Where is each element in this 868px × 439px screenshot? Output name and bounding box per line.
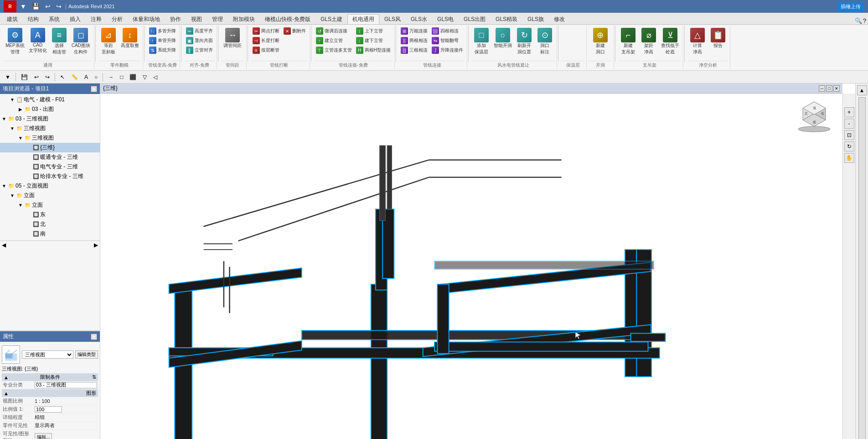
- btn-build-down[interactable]: ↓ 建下立管: [354, 36, 385, 45]
- btn-two-point-cut[interactable]: ✂ 两点打断: [251, 26, 281, 36]
- tab-jiegou[interactable]: 结构: [23, 14, 44, 24]
- tree-3d-brace[interactable]: ▶ 🔲 {三维}: [0, 143, 100, 152]
- tree-elec-building[interactable]: ▼ 📋 电气 - 建模 - F01: [0, 95, 100, 105]
- tree-3d-view[interactable]: ▼ 📁 三维视图: [0, 124, 100, 133]
- tb-redo[interactable]: ↪: [43, 73, 52, 82]
- tab-fujia[interactable]: 附加模块: [228, 14, 260, 24]
- btn-height-level[interactable]: ═ 高度平齐: [184, 26, 215, 36]
- category-value-input[interactable]: [35, 382, 97, 388]
- rt-zoom-in[interactable]: +: [844, 107, 854, 117]
- tb-cursor[interactable]: ↖: [58, 73, 67, 82]
- rt-fit[interactable]: ⊡: [844, 130, 854, 140]
- upload-button[interactable]: 插橄上传: [837, 2, 864, 11]
- tab-zhushi[interactable]: 注释: [86, 14, 107, 24]
- btn-del-attach[interactable]: ✕ 删附件: [282, 26, 308, 36]
- btn-multi-rise[interactable]: ↑↓ 多管升降: [147, 26, 178, 36]
- btn-select-pipe[interactable]: ≡ 选择相连管: [49, 26, 69, 57]
- view-type-dropdown[interactable]: 三维视图: [22, 350, 73, 359]
- qa-btn-undo[interactable]: ↩: [43, 2, 52, 11]
- tree-east[interactable]: ▶ 🔲 东: [0, 210, 100, 220]
- btn-equal-plate[interactable]: ⊿ 等距至斜板: [98, 26, 119, 57]
- tab-charu[interactable]: 插入: [65, 14, 86, 24]
- tree-elevation[interactable]: ▼ 📁 立面: [0, 191, 100, 200]
- tree-03-3d[interactable]: ▼ 📁 03 - 三维视图: [0, 114, 100, 124]
- tab-mep[interactable]: 机电通用: [347, 14, 379, 24]
- tb-fill[interactable]: ⬛: [127, 73, 139, 82]
- btn-rise-connect[interactable]: ⤴ 升降连接件: [430, 46, 465, 55]
- viewport-min-btn[interactable]: ─: [819, 85, 825, 92]
- viewport-close-btn[interactable]: ✕: [833, 85, 840, 92]
- btn-adj-space[interactable]: ↔ 调管间距: [222, 26, 243, 50]
- btn-add-insul[interactable]: □ 添加保温层: [471, 26, 491, 57]
- toggle-03-out[interactable]: ▶: [17, 106, 24, 113]
- btn-micro-reconnect[interactable]: ↺ 微调后连接: [314, 26, 349, 36]
- tab-fenxi[interactable]: 分析: [107, 14, 128, 24]
- tab-xitong[interactable]: 系统: [44, 14, 65, 24]
- tree-05-elevation[interactable]: ▼ 📁 05 - 立面视图: [0, 181, 100, 191]
- props-close-btn[interactable]: ✕: [91, 334, 97, 340]
- tab-tiliang[interactable]: 体量和场地: [128, 14, 165, 24]
- tab-gls-elec[interactable]: GLS电: [432, 14, 459, 24]
- btn-sys-rise[interactable]: ⇅ 系统升降: [147, 46, 178, 55]
- btn-two-h-pipe[interactable]: H 两根H型连接: [354, 46, 393, 55]
- visibility-toggle-btn[interactable]: 编辑...: [35, 433, 52, 439]
- toggle-03-3d[interactable]: ▼: [1, 116, 7, 122]
- tree-elevation-sub[interactable]: ▼ 📁 立面: [0, 200, 100, 210]
- btn-smart-turn[interactable]: ↬ 智能翻弯: [430, 36, 460, 45]
- scroll-left-btn[interactable]: ◀: [2, 242, 6, 248]
- tb-circle[interactable]: ○: [92, 73, 100, 82]
- tree-3d-view-sub[interactable]: ▼ 📁 三维视图: [0, 133, 100, 143]
- scroll-track[interactable]: [858, 97, 866, 439]
- toggle-elev[interactable]: ▼: [9, 193, 16, 199]
- tb-menu[interactable]: ▼: [3, 73, 13, 82]
- tree-3d-plumb[interactable]: ▶ 🔲 给排水专业 - 三维: [0, 172, 100, 181]
- tree-3d-hvac[interactable]: ▶ 🔲 暖通专业 - 三维: [0, 152, 100, 162]
- tab-gls-water[interactable]: GLS水: [406, 14, 432, 24]
- 3d-scene[interactable]: 底 左 右 顶 + - ⊡ ↻ ✋: [100, 94, 855, 439]
- tb-drop[interactable]: ▽: [140, 73, 149, 82]
- rt-pan[interactable]: ✋: [844, 153, 854, 163]
- btn-refresh-open[interactable]: ↻ 刷新开洞位置: [514, 26, 534, 57]
- btn-four-root[interactable]: |||| 四根相连: [430, 26, 460, 36]
- tab-gls-drawing[interactable]: GLS出图: [459, 14, 491, 24]
- tab-modify[interactable]: 修改: [549, 14, 570, 24]
- tb-back[interactable]: ◁: [151, 73, 160, 82]
- tab-gls-flag[interactable]: GLS旗: [522, 14, 549, 24]
- btn-report[interactable]: 📋 报告: [708, 26, 728, 50]
- search-icon[interactable]: 🔍: [855, 17, 862, 24]
- tb-undo[interactable]: ↩: [32, 73, 41, 82]
- tree-north[interactable]: ▶ 🔲 北: [0, 220, 100, 229]
- tree-3d-elec[interactable]: ▶ 🔲 电气专业 - 三维: [0, 162, 100, 172]
- tb-box[interactable]: □: [118, 73, 125, 82]
- qa-btn-redo[interactable]: ↪: [54, 2, 63, 11]
- tb-text[interactable]: A: [82, 73, 90, 82]
- toggle-05-elev[interactable]: ▼: [1, 183, 7, 189]
- scroll-right-btn[interactable]: ▶: [94, 242, 98, 248]
- scroll-up-btn[interactable]: ▲: [857, 85, 867, 95]
- btn-vertical-align[interactable]: ‖ 立管对齐: [184, 46, 215, 55]
- help-icon[interactable]: ?: [863, 17, 866, 24]
- tab-gls-wind[interactable]: GLS风: [379, 14, 406, 24]
- limit-section-header[interactable]: ▲ 限制条件 ⇅: [2, 373, 98, 381]
- viewport[interactable]: {三维} ─ □ ✕: [100, 84, 855, 439]
- btn-cad-text[interactable]: A CAD文字转化: [27, 26, 49, 55]
- btn-three-root[interactable]: ||| 三根相连: [399, 46, 429, 55]
- btn-new-hanger[interactable]: ⌐ 新建支吊架: [618, 26, 638, 57]
- btn-vert-multi[interactable]: ⊤ 立管连多支管: [314, 46, 354, 55]
- btn-height-fix[interactable]: ↕ 高度取整: [119, 26, 141, 50]
- toggle-elev-sub[interactable]: ▼: [17, 202, 24, 209]
- qa-btn-menu[interactable]: ▼: [18, 2, 28, 11]
- edit-type-button[interactable]: 编辑类型: [75, 350, 98, 359]
- toggle-3d-view[interactable]: ▼: [9, 125, 16, 132]
- btn-mep-manage[interactable]: ⚙ MEP系统管理: [4, 26, 26, 57]
- btn-up-down-pipe[interactable]: ↕ 上下立管: [354, 26, 385, 36]
- btn-find-min[interactable]: ⊻ 查找低于砼底: [659, 26, 681, 57]
- toggle-3d-view-sub[interactable]: ▼: [17, 135, 24, 141]
- tab-gls-decor[interactable]: GLS精装: [491, 14, 522, 24]
- btn-new-hole[interactable]: ⊕ 新建洞口: [590, 26, 610, 57]
- tb-save[interactable]: 💾: [19, 73, 30, 82]
- btn-cad-block[interactable]: ◻ CAD图块生构件: [70, 26, 92, 57]
- tab-olive[interactable]: 橄榄山快模-免费版: [260, 14, 315, 24]
- tab-jianzhu[interactable]: 建筑: [2, 14, 23, 24]
- btn-len-cut[interactable]: ⊣ 长度打断: [251, 36, 281, 45]
